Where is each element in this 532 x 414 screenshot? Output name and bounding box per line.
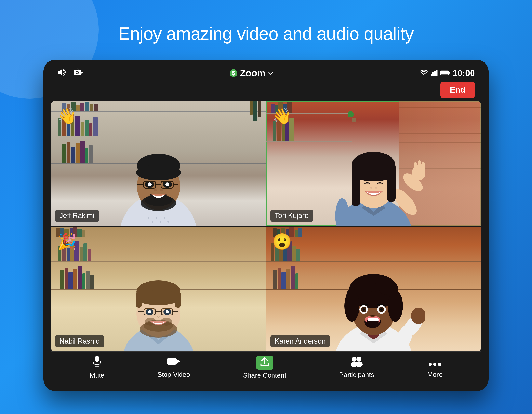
status-time: 10:00 [453, 68, 475, 78]
svg-marker-0 [58, 69, 62, 75]
svg-point-18 [168, 221, 169, 222]
status-bar: Zoom [51, 68, 481, 82]
svg-point-41 [418, 160, 421, 170]
svg-point-115 [433, 363, 437, 366]
emoji-tori: 👋 [272, 107, 292, 125]
page-headline: Enjoy amazing video and audio quality [118, 24, 414, 44]
svg-point-66 [148, 310, 151, 313]
svg-rect-59 [175, 292, 181, 308]
svg-rect-8 [436, 70, 438, 76]
stop-video-label: Stop Video [157, 371, 190, 378]
wifi-icon [420, 70, 428, 77]
svg-rect-7 [434, 71, 436, 76]
svg-point-50 [352, 164, 396, 181]
more-label: More [427, 371, 442, 378]
participants-label: Participants [339, 371, 374, 378]
more-dots-icon [428, 356, 442, 369]
svg-point-97 [380, 308, 383, 311]
svg-point-27 [148, 182, 152, 186]
svg-point-44 [335, 198, 349, 226]
svg-rect-5 [430, 74, 432, 76]
status-bar-right: 10:00 [420, 68, 475, 78]
svg-point-4 [76, 72, 78, 73]
video-cell-nabil: 🎉 Nabil Rashid [51, 227, 266, 351]
svg-point-34 [154, 189, 157, 191]
end-meeting-button[interactable]: End [440, 82, 475, 98]
video-cell-karen: 😮 Karen Anderson [266, 227, 481, 351]
svg-point-96 [362, 308, 365, 311]
svg-point-16 [160, 221, 161, 222]
more-button[interactable]: More [427, 356, 442, 378]
security-shield-icon [229, 69, 238, 77]
tablet-device: Zoom [43, 60, 489, 391]
mute-label: Mute [89, 371, 104, 379]
stop-video-button[interactable]: Stop Video [157, 356, 190, 378]
svg-point-51 [370, 187, 372, 189]
emoji-karen: 😮 [272, 232, 292, 251]
svg-rect-58 [136, 292, 142, 308]
participants-button[interactable]: Participants [339, 356, 374, 378]
svg-rect-107 [168, 358, 176, 365]
svg-point-89 [379, 282, 392, 295]
video-cell-tori: 👋 Tori Kujaro [266, 101, 481, 226]
name-label-nabil: Nabil Rashid [55, 335, 104, 347]
share-upload-icon [259, 357, 270, 369]
svg-point-14 [152, 221, 153, 222]
video-grid: 👋 Jeff Rakimi [51, 101, 481, 351]
svg-rect-104 [95, 356, 99, 362]
svg-point-90 [344, 290, 359, 322]
svg-point-52 [375, 187, 377, 189]
svg-rect-101 [368, 318, 379, 321]
video-camera-icon [167, 356, 180, 369]
emoji-jeff: 👋 [57, 107, 77, 125]
svg-marker-108 [176, 359, 180, 364]
svg-point-112 [357, 357, 361, 362]
emoji-nabil: 🎉 [57, 232, 77, 251]
svg-point-35 [160, 189, 163, 191]
svg-point-91 [388, 290, 403, 322]
svg-point-114 [428, 363, 432, 366]
svg-point-15 [156, 217, 157, 219]
share-content-button[interactable]: Share Content [243, 356, 286, 379]
share-content-icon-wrapper [256, 356, 274, 370]
name-label-tori: Tori Kujaro [270, 210, 313, 222]
meeting-title-bar: Zoom [229, 68, 274, 78]
svg-point-22 [136, 165, 181, 180]
svg-rect-6 [433, 72, 434, 76]
signal-icon [430, 70, 438, 77]
svg-point-67 [166, 310, 169, 313]
status-bar-left [57, 68, 83, 78]
svg-point-102 [370, 315, 373, 317]
video-cell-jeff: 👋 Jeff Rakimi [51, 101, 266, 226]
svg-point-103 [372, 315, 376, 317]
svg-marker-2 [81, 71, 83, 74]
app-name-label: Zoom [240, 68, 266, 78]
participants-icon [350, 356, 363, 369]
volume-icon [57, 68, 67, 78]
battery-icon [440, 70, 450, 76]
svg-rect-11 [449, 72, 450, 74]
name-label-karen: Karen Anderson [270, 335, 330, 347]
meeting-toolbar: Mute Stop Video [51, 351, 481, 383]
mute-button[interactable]: Mute [89, 356, 104, 379]
svg-point-116 [438, 363, 441, 366]
microphone-icon [92, 356, 102, 370]
svg-rect-10 [441, 71, 448, 74]
name-label-jeff: Jeff Rakimi [55, 210, 99, 222]
svg-point-110 [352, 357, 357, 362]
svg-point-57 [136, 290, 181, 305]
svg-point-13 [148, 217, 149, 219]
chevron-down-icon[interactable] [268, 69, 274, 77]
svg-point-28 [165, 182, 169, 186]
svg-point-17 [163, 217, 165, 219]
camera-flip-icon [73, 68, 83, 78]
share-content-label: Share Content [243, 371, 286, 379]
